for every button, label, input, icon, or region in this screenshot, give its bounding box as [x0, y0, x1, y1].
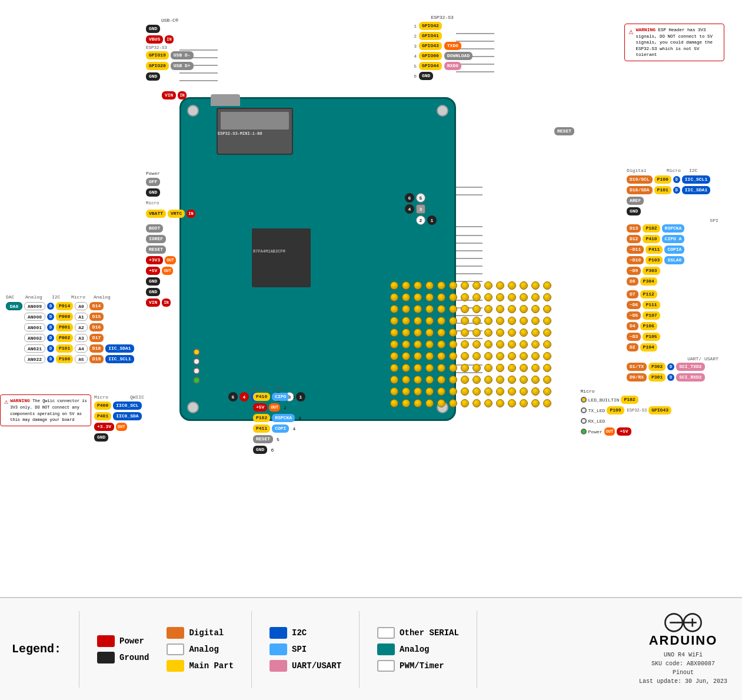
- p100-a-label: P100: [56, 355, 73, 363]
- board-area: ESP32-S3-MINI-1-N8 R7FA4M1AB3CFM 6 5 4 3: [0, 6, 742, 518]
- d15-label: D15: [89, 313, 104, 321]
- d0-rx-label: D0/RX: [627, 373, 647, 381]
- gold-pad-120: [484, 376, 493, 384]
- sci-txd2-label: SCI_TXD2: [676, 363, 704, 371]
- power-out-badge: OUT: [604, 427, 615, 436]
- other-serial-swatch: [377, 627, 395, 639]
- gold-pad-58: [414, 329, 422, 337]
- gold-pad-9: [496, 281, 504, 290]
- gold-pad-69: [543, 329, 551, 337]
- gpio43-tx-label: GPIO43: [648, 406, 671, 414]
- d7-label: D7: [627, 290, 638, 298]
- gold-pad-10: [508, 281, 516, 290]
- d8-label: D8: [627, 277, 638, 286]
- gold-pad-145: [449, 399, 457, 407]
- d1-row: D1/TX P302 D SCI_TXD2: [627, 362, 718, 371]
- usb-gnd2-label: GND: [146, 72, 160, 81]
- arduino-info: UNO R4 WiFi SKU code: ABX00087 Pinout La…: [639, 651, 727, 686]
- i2c-header-left: I2C: [52, 294, 69, 300]
- gold-pad-96: [531, 352, 540, 360]
- esp32s3-sub: ESP32-S3: [146, 45, 194, 50]
- gold-pad-113: [402, 376, 410, 384]
- gold-pad-73: [425, 340, 434, 349]
- off-label: OFF: [146, 178, 160, 186]
- gold-pad-2: [414, 281, 422, 290]
- gold-pad-61: [449, 329, 457, 337]
- gold-pad-66: [508, 329, 516, 337]
- p101-label: P101: [654, 186, 671, 194]
- esp32-row4: 4 GPIO00 DOWNLOAD: [412, 52, 473, 60]
- gold-pad-85: [402, 352, 410, 360]
- rx-led-row: RX_LED: [581, 416, 671, 426]
- gold-pad-104: [461, 364, 469, 372]
- gold-pad-121: [496, 376, 504, 384]
- gold-pad-126: [390, 387, 398, 396]
- gold-pad-67: [520, 329, 528, 337]
- esp32-row3: 3 GPIO43 TXD0: [412, 42, 473, 50]
- analog-teal-swatch: [377, 643, 395, 655]
- gpio43-label: GPIO43: [419, 42, 442, 50]
- esp32-header-title: ESP32-S3: [412, 15, 473, 20]
- gold-pad-83: [543, 340, 551, 349]
- gold-pad-36: [484, 305, 493, 313]
- spi-legend-label: SPI: [292, 645, 307, 654]
- usb-section: USB-C® GND VBUS IN ESP32-S3 GPIO19 USB D…: [146, 18, 194, 82]
- legend-uart: UART/USART: [269, 660, 341, 672]
- legend-digital: Digital: [167, 627, 234, 639]
- p302-label: P302: [648, 363, 666, 371]
- gold-pad-41: [543, 305, 551, 313]
- gnd1-label: GND: [146, 277, 160, 286]
- gold-pad-55: [543, 317, 551, 325]
- gold-pad-32: [437, 305, 445, 313]
- gold-pad-75: [449, 340, 457, 349]
- micro-qwiic-header: Micro: [94, 394, 115, 400]
- gold-pad-103: [449, 364, 457, 372]
- d-circle-a3: D: [47, 334, 54, 341]
- p014-label: P014: [56, 302, 73, 310]
- legend-analog-outline: Analog: [167, 643, 234, 655]
- arduino-logo-svg: [663, 612, 704, 633]
- gold-pad-46: [437, 317, 445, 325]
- gold-pad-152: [531, 399, 540, 407]
- p303-label: P303: [643, 267, 660, 275]
- digital-headers: Digital Micro I2C: [627, 168, 718, 173]
- gold-pad-8: [484, 281, 493, 290]
- usb-gpio19: GPIO19 USB D-: [146, 51, 194, 60]
- usb-c-connector: [211, 94, 240, 106]
- mount-hole-tr: [437, 105, 448, 117]
- power-gnd-label: GND: [146, 188, 160, 197]
- an001-label: AN001: [24, 323, 45, 331]
- spi-bottom-section: Micro SPI P410 CIPO 1 +5V OUT 2 P102 RSP…: [253, 386, 305, 456]
- p304-label: P304: [640, 277, 657, 286]
- gold-pad-130: [437, 387, 445, 396]
- uart-header: UART/ USART: [687, 356, 718, 361]
- legend-i2c: I2C: [269, 627, 341, 639]
- usb-dm-label: USB D-: [171, 51, 194, 59]
- gold-pad-107: [496, 364, 504, 372]
- i2c-legend-label: I2C: [292, 628, 307, 638]
- gold-pad-14: [390, 293, 398, 301]
- spacer-d1: [627, 353, 718, 356]
- d11-label: ~D11: [627, 246, 644, 254]
- gold-pad-19: [449, 293, 457, 301]
- d4-row: D4 P106: [627, 321, 718, 331]
- gold-pad-138: [531, 387, 540, 396]
- gold-pad-70: [390, 340, 398, 349]
- esp32-row5: 5 GPIO44 RXD0: [412, 62, 473, 70]
- esp32-row2: 2 GPIO41: [412, 32, 473, 40]
- gpio42-label: GPIO42: [419, 22, 442, 30]
- gold-pad-150: [508, 399, 516, 407]
- vin-section: VIN IN: [162, 91, 187, 99]
- analog-a4-row: AN021 D P101 A4 D18 IIC_SDA1: [6, 344, 134, 353]
- mainpart-swatch: [167, 660, 184, 672]
- gold-pad-20: [461, 293, 469, 301]
- usb-gpio20: GPIO20 USB D+: [146, 61, 194, 71]
- p102-led-label: P102: [621, 396, 638, 404]
- led-builtin-text: LED_BUILTIN: [588, 397, 620, 403]
- p107-label: P107: [643, 311, 660, 320]
- gold-pad-42: [390, 317, 398, 325]
- gold-pad-86: [414, 352, 422, 360]
- gold-pad-105: [473, 364, 481, 372]
- gnd2-label: GND: [146, 288, 160, 296]
- usb-gnd1-label: GND: [146, 25, 160, 33]
